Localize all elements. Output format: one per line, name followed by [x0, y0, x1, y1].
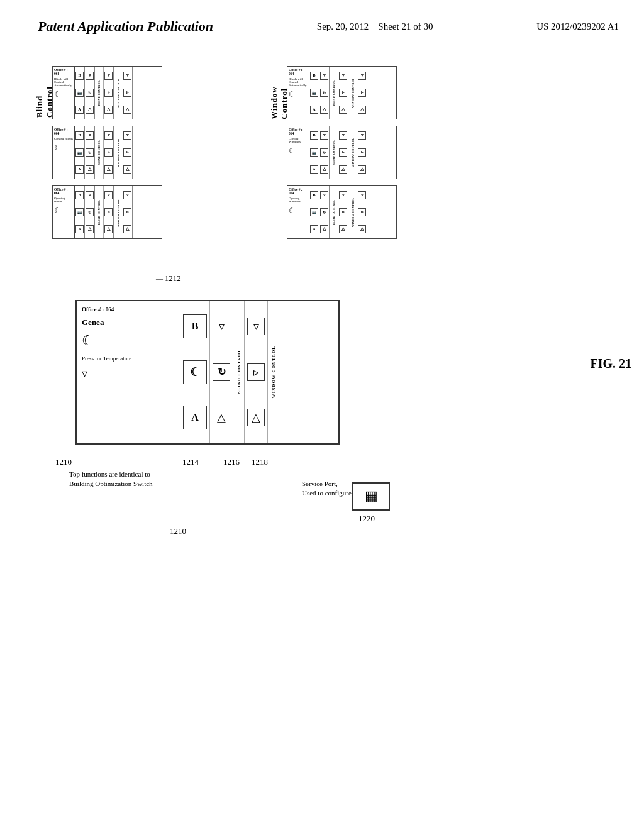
device-arrow-down: ▿	[82, 367, 175, 380]
mini-icon-bc1: ☾	[54, 90, 73, 99]
btn-blind-refresh[interactable]: ↻	[213, 363, 230, 381]
btn-blind-up[interactable]: △	[213, 409, 230, 426]
btn-window-down[interactable]: ▿	[247, 318, 265, 335]
btn-window-right[interactable]: ▹	[247, 363, 265, 381]
annotation-service-port: Service Port,Used to configure	[302, 479, 396, 499]
label-1214: 1214	[182, 457, 199, 467]
large-device-1210: Office # : 064 Genea ☾ Press for Tempera…	[75, 300, 340, 445]
mini-wintri1-bc1[interactable]: ▿	[123, 72, 131, 80]
mini-btn-B-bc2[interactable]: B	[75, 131, 84, 140]
mini-tri-down1-bc1[interactable]: ▿	[86, 72, 94, 80]
page: Patent Application Publication Sep. 20, …	[0, 0, 644, 55]
header: Patent Application Publication Sep. 20, …	[0, 0, 644, 42]
label-1216: 1216	[223, 457, 240, 467]
btn-B-large[interactable]: B	[183, 314, 207, 338]
btn-window-up[interactable]: △	[247, 409, 265, 426]
mini-status-bc1: Blinds will Control Automatically	[54, 77, 73, 87]
mini-panel-bc2: Office # : 064 Closing Blinds ☾ B 📷 A ▿ …	[52, 126, 162, 179]
mini-label-window-bc1: WINDOW CONTROL	[114, 67, 123, 119]
publication-title: Patent Application Publication	[38, 18, 213, 36]
label-1210b: 1210	[170, 526, 186, 536]
annotation-top-functions: Top functions are identical toBuilding O…	[69, 470, 195, 489]
mini-office-bc1: Office # : 064	[54, 68, 73, 75]
mini-btn-cam-bc1[interactable]: 📷	[75, 89, 84, 97]
mini-btn-A-bc2[interactable]: A	[75, 165, 84, 174]
btn-cam-large[interactable]: ☾	[183, 360, 207, 384]
device-blind-btns: ▿ ↻ △	[210, 301, 233, 443]
device-controls: B ☾ A ▿ ↻ △ BLIND CONTROL	[180, 301, 338, 443]
device-camera-icon: ☾	[82, 333, 175, 349]
mini-panel-bc3: Office # : 064 Opening Blinds ☾ B 📷 A ▿ …	[52, 185, 162, 239]
mini-tri-left2-bc1[interactable]: △	[104, 106, 113, 114]
mini-wintri3-bc1[interactable]: △	[123, 106, 131, 114]
mini-panel-wc3: Office # : 064 Opening Windows ☾ B 📷 A ▿…	[287, 185, 397, 239]
publication-date: Sep. 20, 2012 Sheet 21 of 30	[317, 18, 433, 32]
btn-A-large[interactable]: A	[183, 406, 207, 429]
btn-blind-down[interactable]: ▿	[213, 318, 230, 335]
mini-btn-refresh-bc1[interactable]: ↻	[86, 89, 94, 97]
mini-wintri2-bc1[interactable]: ▹	[123, 89, 131, 97]
main-content: Blind Control Window Control Office # : …	[0, 42, 644, 55]
mini-btn-A-bc1[interactable]: A	[75, 106, 84, 114]
mini-panel-wc2: Office # : 064 Closing Windows ☾ B 📷 A ▿…	[287, 126, 397, 179]
diagram-svg	[0, 42, 644, 55]
mini-tri-down2-bc1[interactable]: ▿	[104, 72, 113, 80]
device-blind-label: BLIND CONTROL	[233, 301, 245, 443]
device-name: Genea	[82, 318, 175, 328]
label-1210a: 1210	[55, 457, 72, 467]
mini-tri-right-bc1[interactable]: ▹	[104, 89, 113, 97]
figure-label: FIG. 21	[590, 357, 631, 371]
device-window-label: WINDOW CONTROL	[268, 301, 279, 443]
label-1220: 1220	[358, 514, 375, 524]
mini-panel-wc1: Office # : 064 Blinds will Control Autom…	[287, 66, 397, 119]
label-1218: 1218	[252, 457, 268, 467]
device-office: Office # : 064	[82, 306, 175, 313]
label-1212: — 1212	[156, 274, 181, 284]
mini-tri-left-bc1[interactable]: △	[86, 106, 94, 114]
mini-btn-cam-bc2[interactable]: 📷	[75, 148, 84, 157]
device-window-btns: ▿ ▹ △	[245, 301, 268, 443]
publication-number: US 2012/0239202 A1	[536, 18, 619, 32]
device-press-label: Press for Temperature	[82, 355, 175, 362]
device-main-btns: B ☾ A	[180, 301, 210, 443]
mini-label-blind-bc1: BLIND CONTROL	[95, 67, 103, 119]
device-info: Office # : 064 Genea ☾ Press for Tempera…	[77, 301, 180, 443]
mini-btn-B-bc1[interactable]: B	[75, 72, 84, 80]
mini-panel-bc1: Office # : 064 Blinds will Control Autom…	[52, 66, 162, 119]
